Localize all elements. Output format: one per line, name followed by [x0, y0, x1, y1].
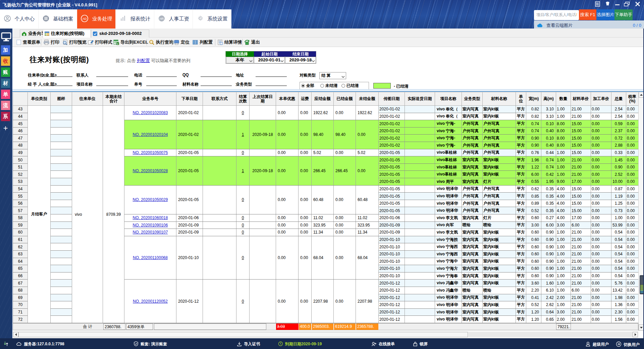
svg-text:HR: HR: [159, 17, 163, 20]
svg-text:AD: AD: [82, 17, 87, 20]
svg-text:x: x: [117, 42, 118, 45]
